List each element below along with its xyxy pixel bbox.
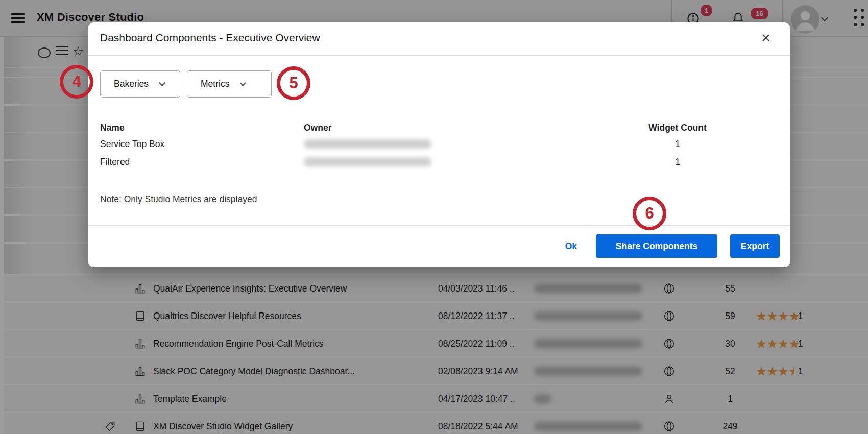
close-icon[interactable]: ×: [757, 29, 775, 47]
export-button[interactable]: Export: [730, 234, 780, 258]
chevron-down-icon: [240, 80, 247, 86]
component-row[interactable]: Filtered1: [88, 157, 790, 175]
owner-blurred: [304, 139, 431, 149]
component-owner: [304, 157, 431, 166]
column-header-widget-count: Widget Count: [642, 123, 713, 133]
component-owner: [304, 139, 431, 149]
annotation-circle-6: 6: [633, 197, 666, 230]
component-name: Filtered: [100, 157, 130, 167]
dialog-footer: Ok Share Components Export: [88, 225, 790, 267]
ok-button[interactable]: Ok: [565, 241, 577, 252]
owner-blurred: [304, 157, 431, 166]
annotation-circle-5: 5: [277, 66, 310, 100]
type-dropdown-value: Metrics: [201, 79, 229, 89]
dialog-title: Dashboard Components - Executive Overvie…: [100, 32, 320, 44]
group-dropdown-value: Bakeries: [114, 79, 149, 89]
dialog-header-divider: [88, 55, 790, 56]
share-components-button[interactable]: Share Components: [596, 234, 717, 258]
dialog-note: Note: Only Studio Metrics are displayed: [100, 194, 257, 205]
column-header-owner: Owner: [304, 123, 331, 133]
annotation-circle-4: 4: [60, 65, 93, 99]
column-header-name: Name: [100, 123, 125, 133]
chevron-down-icon: [159, 80, 165, 86]
component-name: Service Top Box: [100, 139, 164, 150]
component-widget-count: 1: [642, 157, 713, 167]
type-dropdown[interactable]: Metrics: [187, 70, 272, 98]
screenshot-stage: XM Discover Studio 1 16 ☆ QualAir: [0, 0, 868, 434]
component-widget-count: 1: [642, 139, 713, 150]
component-row[interactable]: Service Top Box1: [88, 139, 790, 157]
components-table-header: Name Owner Widget Count: [88, 123, 790, 137]
group-dropdown[interactable]: Bakeries: [100, 70, 180, 98]
dashboard-components-dialog: Dashboard Components - Executive Overvie…: [88, 22, 790, 267]
